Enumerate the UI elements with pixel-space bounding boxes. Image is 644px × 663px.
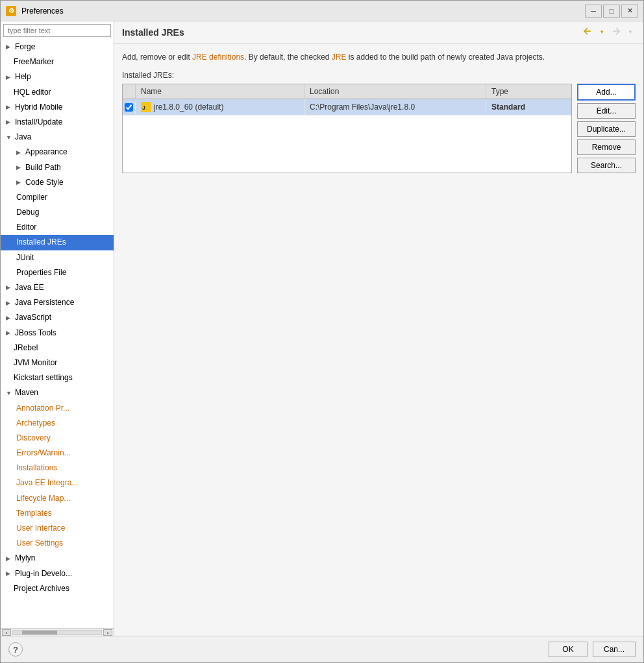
td-checkbox[interactable] <box>123 101 136 114</box>
sidebar-item-label: Plug-in Develo... <box>15 568 72 580</box>
sidebar-item-junit[interactable]: JUnit <box>1 250 114 265</box>
td-location: C:\Program Files\Java\jre1.8.0 <box>304 100 486 114</box>
expand-arrow: ▶ <box>6 569 12 578</box>
sidebar-item-freemarker[interactable]: FreeMarker <box>1 54 114 69</box>
sidebar-item-javascript[interactable]: ▶ JavaScript <box>1 310 114 325</box>
remove-button[interactable]: Remove <box>577 139 636 155</box>
sidebar-item-debug[interactable]: Debug <box>1 205 114 220</box>
close-button[interactable]: ✕ <box>621 5 638 18</box>
sidebar-item-label: Project Archives <box>14 583 69 595</box>
sidebar-item-forge[interactable]: ▶ Forge <box>1 40 114 54</box>
sidebar-item-java-ee-integra[interactable]: Java EE Integra... <box>1 476 114 490</box>
cancel-button[interactable]: Can... <box>593 642 636 657</box>
sidebar-item-plugin-dev[interactable]: ▶ Plug-in Develo... <box>1 566 114 581</box>
section-label: Installed JREs: <box>122 71 636 80</box>
sidebar-item-label: Lifecycle Map... <box>16 492 70 505</box>
sidebar-item-label: Annotation Pr... <box>16 402 69 415</box>
sidebar-item-compiler[interactable]: Compiler <box>1 190 114 205</box>
forward-dropdown-button[interactable]: ▼ <box>625 28 636 36</box>
expand-arrow: ▶ <box>16 178 23 187</box>
navigation-buttons: ▼ ▼ <box>580 25 636 39</box>
sidebar-item-installations[interactable]: Installations <box>1 461 114 476</box>
sidebar-item-appearance[interactable]: ▶ Appearance <box>1 145 114 160</box>
sidebar-item-editor[interactable]: Editor <box>1 220 114 235</box>
sidebar-item-label: Java <box>15 131 31 143</box>
sidebar-item-templates[interactable]: Templates <box>1 506 114 521</box>
side-buttons: Add... Edit... Duplicate... Remove Searc… <box>577 84 636 173</box>
td-type: Standard <box>486 100 564 114</box>
sidebar-item-kickstart[interactable]: Kickstart settings <box>1 370 114 385</box>
sidebar-item-label: Errors/Warnin... <box>16 447 71 459</box>
td-name: J jre1.8.0_60 (default) <box>136 99 304 115</box>
sidebar-tree: ▶ Forge FreeMarker ▶ Help HQL editor ▶ H… <box>1 40 114 628</box>
sidebar-item-build-path[interactable]: ▶ Build Path <box>1 160 114 175</box>
jre-icon: J <box>141 102 151 112</box>
sidebar-item-label: JVM Monitor <box>14 357 57 369</box>
scroll-left-btn[interactable]: ‹ <box>2 629 11 636</box>
sidebar-item-label: Debug <box>16 206 39 219</box>
window-icon: ⚙ <box>6 6 16 16</box>
scroll-right-btn[interactable]: › <box>103 629 112 636</box>
add-button[interactable]: Add... <box>577 84 636 101</box>
sidebar-item-archetypes[interactable]: Archetypes <box>1 416 114 431</box>
sidebar-item-label: User Interface <box>16 522 65 535</box>
sidebar-item-install-update[interactable]: ▶ Install/Update <box>1 115 114 130</box>
main-header: Installed JREs ▼ <box>114 21 643 43</box>
title-bar-left: ⚙ Preferences <box>6 6 64 16</box>
back-dropdown-button[interactable]: ▼ <box>597 28 607 36</box>
sidebar-item-label: JRebel <box>14 342 38 354</box>
sidebar-item-label: Forge <box>15 41 35 53</box>
sidebar-item-jboss-tools[interactable]: ▶ JBoss Tools <box>1 326 114 341</box>
search-button[interactable]: Search... <box>577 158 636 173</box>
window-title: Preferences <box>21 6 64 16</box>
filter-input[interactable] <box>3 24 111 37</box>
sidebar-item-mylyn[interactable]: ▶ Mylyn <box>1 551 114 566</box>
help-button[interactable]: ? <box>8 642 23 657</box>
table-row[interactable]: J jre1.8.0_60 (default) C:\Program Files… <box>123 99 571 115</box>
expand-arrow: ▶ <box>6 298 12 307</box>
expand-arrow: ▶ <box>6 102 12 112</box>
sidebar-item-lifecycle-map[interactable]: Lifecycle Map... <box>1 491 114 506</box>
sidebar-item-code-style[interactable]: ▶ Code Style <box>1 175 114 190</box>
expand-arrow: ▶ <box>6 313 12 322</box>
row-checkbox[interactable] <box>125 103 133 112</box>
sidebar-item-errors-warnings[interactable]: Errors/Warnin... <box>1 446 114 461</box>
window-controls: ─ □ ✕ <box>585 5 638 18</box>
sidebar-item-label: Installations <box>16 462 57 474</box>
sidebar-item-label: Install/Update <box>15 116 62 128</box>
sidebar-item-label: User Settings <box>16 537 63 549</box>
sidebar-item-java[interactable]: ▼ Java <box>1 130 114 145</box>
duplicate-button[interactable]: Duplicate... <box>577 121 636 137</box>
page-title: Installed JREs <box>122 27 184 38</box>
sidebar-item-jrebel[interactable]: JRebel <box>1 341 114 356</box>
minimize-button[interactable]: ─ <box>585 5 602 18</box>
edit-button[interactable]: Edit... <box>577 103 636 119</box>
sidebar-item-label: JavaScript <box>15 311 51 324</box>
description-text: Add, remove or edit JRE definitions. By … <box>122 51 636 63</box>
sidebar-item-discovery[interactable]: Discovery <box>1 431 114 446</box>
sidebar-item-label: Java Persistence <box>15 296 74 309</box>
maximize-button[interactable]: □ <box>603 5 620 18</box>
sidebar-item-help[interactable]: ▶ Help <box>1 69 114 84</box>
sidebar-item-java-ee[interactable]: ▶ Java EE <box>1 280 114 295</box>
sidebar-item-user-interface[interactable]: User Interface <box>1 521 114 536</box>
sidebar-scrollbar-h[interactable]: ‹ › <box>1 628 114 636</box>
sidebar-item-label: JUnit <box>16 252 34 264</box>
sidebar-item-installed-jres[interactable]: Installed JREs <box>1 235 114 250</box>
sidebar-item-label: HQL editor <box>14 86 51 99</box>
ok-button[interactable]: OK <box>549 642 588 657</box>
sidebar-item-jvm-monitor[interactable]: JVM Monitor <box>1 356 114 370</box>
sidebar-item-hybrid-mobile[interactable]: ▶ Hybrid Mobile <box>1 100 114 115</box>
back-button[interactable] <box>580 25 595 39</box>
sidebar-item-project-archives[interactable]: Project Archives <box>1 581 114 596</box>
sidebar-item-maven[interactable]: ▼ Maven <box>1 385 114 400</box>
sidebar-item-hql-editor[interactable]: HQL editor <box>1 85 114 100</box>
sidebar-item-label: Mylyn <box>15 552 35 564</box>
sidebar-item-java-persistence[interactable]: ▶ Java Persistence <box>1 295 114 310</box>
sidebar-item-annotation[interactable]: Annotation Pr... <box>1 401 114 416</box>
jre-table-container: Name Location Type <box>122 84 636 173</box>
forward-button[interactable] <box>608 25 624 39</box>
jre-link2: JRE <box>332 53 347 62</box>
sidebar-item-properties-file[interactable]: Properties File <box>1 265 114 280</box>
sidebar-item-user-settings[interactable]: User Settings <box>1 536 114 551</box>
